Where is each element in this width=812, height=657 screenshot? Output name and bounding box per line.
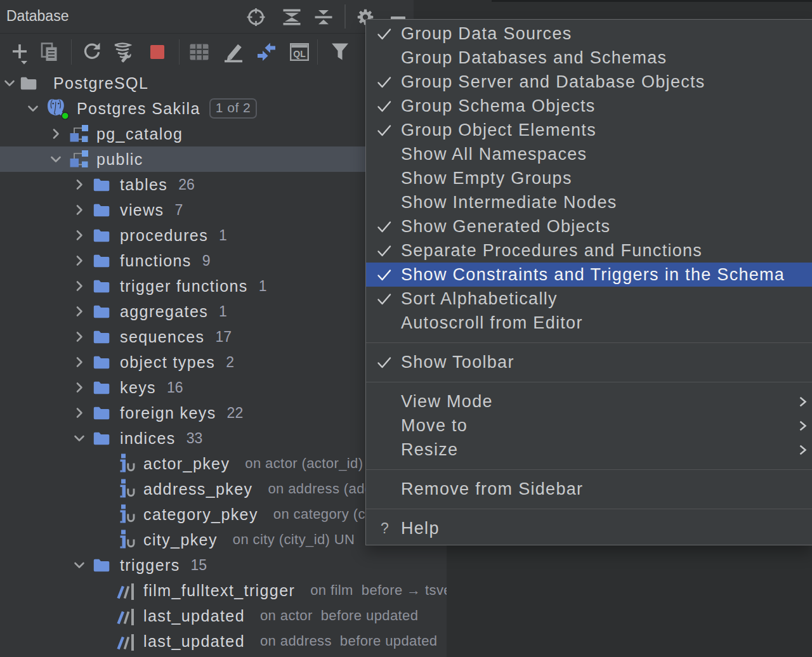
svg-text:QL: QL <box>293 49 306 59</box>
